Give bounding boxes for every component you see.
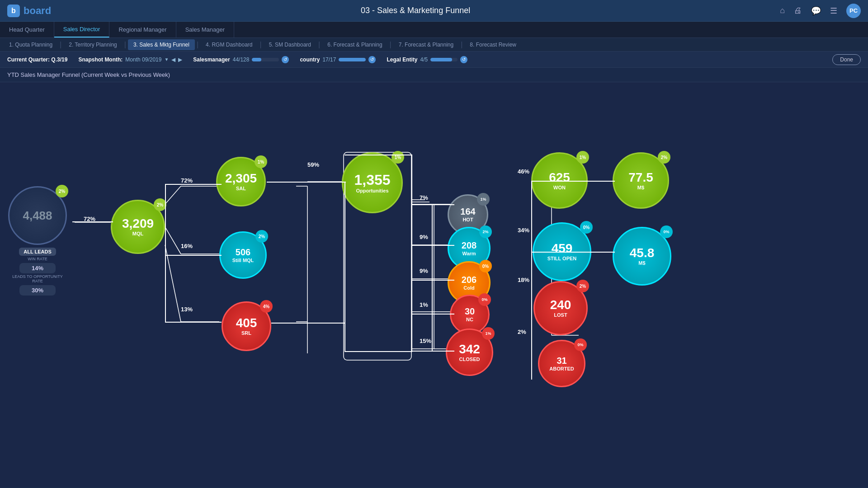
tab-salesmanager[interactable]: Sales Manager — [176, 22, 234, 38]
page-title: 03 - Sales & Marketing Funnel — [51, 6, 780, 15]
subnav-rgm[interactable]: 4. RGM Dashboard — [200, 39, 258, 50]
line-cold-h — [411, 280, 433, 281]
subnav-forecast6[interactable]: 6. Forecast & Planning — [322, 39, 387, 50]
filterbar: Current Quarter: Q.3/19 Snapshot Month: … — [0, 52, 868, 68]
line-leads-mql — [72, 221, 113, 222]
node-sal[interactable]: 1% 2,305 SAL — [216, 157, 266, 206]
cold-label: Cold — [463, 285, 474, 291]
mql-value: 3,209 — [122, 217, 154, 230]
line-sal-opp — [267, 182, 346, 183]
circle-still-mql[interactable]: 2% 506 Still MQL — [219, 231, 267, 279]
country-refresh[interactable]: ↺ — [368, 56, 376, 63]
lost-label: LOST — [554, 312, 567, 318]
node-hot[interactable]: 1% 164 HOT — [344, 194, 384, 235]
line-to-nc — [432, 314, 454, 314]
node-still-mql[interactable]: 2% 506 Still MQL — [219, 231, 267, 279]
warm-badge: 2% — [479, 225, 492, 238]
print-icon[interactable]: 🖨 — [794, 6, 802, 15]
node-srl[interactable]: 4% 405 SRL — [222, 301, 271, 351]
legal-filter[interactable]: Legal Entity 4/5 ↺ — [387, 56, 467, 63]
salesmanager-refresh[interactable]: ↺ — [282, 56, 289, 63]
node-aborted[interactable]: 0% 31 ABORTED — [538, 340, 585, 387]
circle-still-open-ms[interactable]: 0% 45.8 M$ — [613, 227, 671, 286]
node-still-open-ms[interactable]: 0% 45.8 M$ — [613, 227, 671, 286]
opp-label: Opportunities — [356, 188, 388, 193]
aborted-badge: 0% — [574, 338, 587, 351]
circle-sal[interactable]: 1% 2,305 SAL — [216, 157, 266, 206]
node-lost[interactable]: 2% 240 LOST — [533, 281, 588, 335]
done-button[interactable]: Done — [832, 54, 861, 65]
nc-badge: 0% — [478, 293, 491, 306]
tab-salesdirector[interactable]: Sales Director — [54, 22, 110, 38]
right-vert — [432, 204, 433, 351]
menu-icon[interactable]: ☰ — [830, 6, 837, 16]
connector-lines — [0, 82, 868, 487]
pct-opp-warm: 9% — [420, 234, 428, 240]
chevron-down-icon[interactable]: ▼ — [164, 57, 169, 62]
node-all-leads: 2% 4,488 ALL LEADS WIN RATE 14% LEADS TO… — [8, 186, 67, 296]
country-label: country — [300, 56, 320, 63]
circle-aborted[interactable]: 0% 31 ABORTED — [538, 340, 585, 387]
line-sal-vert — [344, 182, 345, 351]
chat-icon[interactable]: 💬 — [811, 6, 821, 16]
topbar-icons: ⌂ 🖨 💬 ☰ PC — [780, 4, 861, 18]
next-icon[interactable]: ▶ — [178, 56, 182, 63]
circle-won-ms[interactable]: 2% 77.5 M$ — [613, 152, 669, 209]
node-won-ms[interactable]: 2% 77.5 M$ — [613, 152, 669, 209]
line-to-closed — [432, 351, 454, 352]
won-badge: 1% — [576, 151, 589, 164]
circle-srl[interactable]: 4% 405 SRL — [222, 301, 271, 351]
all-leads-label: ALL LEADS — [19, 248, 56, 256]
prev-icon[interactable]: ◀ — [171, 56, 175, 63]
legal-progress — [430, 58, 458, 61]
subnav-forecastreview[interactable]: 8. Forecast Review — [464, 39, 522, 50]
won-ms-label: M$ — [637, 185, 644, 190]
pct-opp-nc: 1% — [420, 301, 428, 308]
opp-box-top — [344, 155, 412, 155]
line-mql-sal — [165, 184, 222, 185]
circle-all-leads[interactable]: 2% 4,488 — [8, 186, 67, 245]
quarter-label: Current Quarter: Q.3/19 — [7, 56, 67, 63]
subnav-forecast7[interactable]: 7. Forecast & Planning — [393, 39, 459, 50]
subnav-territory[interactable]: 2. Territory Planning — [63, 39, 123, 50]
circle-closed[interactable]: 1% 342 CLOSED — [446, 328, 493, 376]
node-mql[interactable]: 2% 3,209 MQL — [111, 200, 165, 254]
node-closed[interactable]: 1% 342 CLOSED — [446, 328, 493, 376]
salesmanager-label: Salesmanager — [193, 56, 230, 63]
win-rate-value: 14% — [19, 263, 56, 273]
sal-label: SAL — [236, 186, 246, 191]
subnav-quota[interactable]: 1. Quota Planning — [4, 39, 58, 50]
closed-value: 342 — [459, 343, 480, 356]
mql-label: MQL — [132, 231, 143, 236]
line-to-warm — [432, 245, 454, 246]
user-avatar[interactable]: PC — [846, 4, 861, 18]
won-value: 625 — [549, 171, 570, 184]
circle-lost[interactable]: 2% 240 LOST — [533, 281, 588, 335]
still-open-ms-value: 45.8 — [630, 247, 655, 259]
country-progress — [339, 58, 366, 61]
topbar: b board 03 - Sales & Marketing Funnel ⌂ … — [0, 0, 868, 22]
warm-label: Warm — [462, 251, 476, 256]
subnav-sm[interactable]: 5. SM Dashboard — [264, 39, 316, 50]
salesmanager-filter[interactable]: Salesmanager 44/128 ↺ — [193, 56, 289, 63]
still-mql-label: Still MQL — [232, 258, 254, 263]
tab-regionalmanager[interactable]: Regional Manager — [109, 22, 176, 38]
still-open-ms-badge: 0% — [660, 225, 673, 238]
line-mql-still — [165, 255, 222, 256]
legal-refresh[interactable]: ↺ — [460, 56, 467, 63]
line-closed-h — [411, 351, 433, 352]
still-open-badge: 0% — [580, 221, 593, 234]
circle-mql[interactable]: 2% 3,209 MQL — [111, 200, 165, 254]
snapshot-filter[interactable]: Snapshot Month: Month 09/2019 ▼ ◀ ▶ — [78, 56, 182, 63]
country-filter[interactable]: country 17/17 ↺ — [300, 56, 376, 63]
subnav-sales-mktg[interactable]: 3. Sales & Mktg Funnel — [128, 39, 195, 50]
tab-headquarters[interactable]: Head Quarter — [0, 22, 54, 38]
salesmanager-fill — [252, 58, 261, 61]
country-fill — [339, 58, 366, 61]
mql-badge: 2% — [154, 198, 166, 211]
home-icon[interactable]: ⌂ — [780, 6, 785, 15]
salesmanager-progress — [252, 58, 279, 61]
legal-fill — [430, 58, 452, 61]
line-mql-srl — [165, 322, 222, 323]
line-to-cold — [432, 280, 454, 281]
